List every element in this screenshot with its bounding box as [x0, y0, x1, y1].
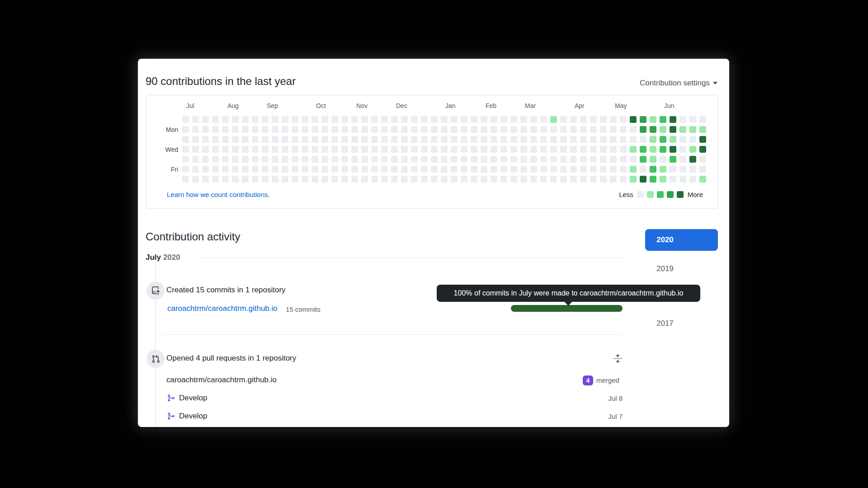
contribution-cell[interactable]	[361, 156, 368, 163]
contribution-cell[interactable]	[679, 166, 686, 173]
contribution-cell[interactable]	[262, 126, 269, 133]
contribution-cell[interactable]	[441, 166, 448, 173]
contribution-cell[interactable]	[341, 156, 348, 163]
contribution-cell[interactable]	[570, 156, 577, 163]
contribution-cell[interactable]	[262, 136, 269, 143]
contribution-cell[interactable]	[530, 136, 537, 143]
contribution-cell[interactable]	[699, 116, 706, 123]
contribution-cell[interactable]	[371, 156, 378, 163]
contribution-cell[interactable]	[630, 136, 637, 143]
contribution-cell[interactable]	[550, 116, 557, 123]
contribution-cell[interactable]	[650, 146, 656, 153]
contribution-cell[interactable]	[341, 116, 348, 123]
contribution-cell[interactable]	[321, 156, 328, 163]
contribution-cell[interactable]	[401, 126, 408, 133]
contribution-cell[interactable]	[640, 156, 646, 163]
contribution-cell[interactable]	[481, 116, 487, 123]
contribution-cell[interactable]	[679, 116, 686, 123]
contribution-cell[interactable]	[212, 156, 219, 163]
contribution-cell[interactable]	[510, 116, 517, 123]
contribution-cell[interactable]	[679, 126, 686, 133]
contribution-cell[interactable]	[510, 156, 517, 163]
contribution-cell[interactable]	[361, 146, 368, 153]
contribution-cell[interactable]	[381, 126, 388, 133]
contribution-cell[interactable]	[640, 166, 646, 173]
contribution-cell[interactable]	[481, 126, 487, 133]
contribution-cell[interactable]	[530, 126, 537, 133]
contribution-cell[interactable]	[391, 116, 398, 123]
contribution-cell[interactable]	[202, 116, 209, 123]
contribution-cell[interactable]	[222, 126, 229, 133]
contribution-cell[interactable]	[590, 146, 597, 153]
contribution-cell[interactable]	[391, 176, 398, 183]
contribution-cell[interactable]	[500, 136, 507, 143]
contribution-cell[interactable]	[331, 116, 338, 123]
contribution-cell[interactable]	[302, 176, 308, 183]
contribution-cell[interactable]	[610, 156, 617, 163]
contribution-cell[interactable]	[471, 146, 477, 153]
contribution-cell[interactable]	[520, 156, 527, 163]
contribution-cell[interactable]	[401, 136, 408, 143]
contribution-cell[interactable]	[580, 136, 587, 143]
contribution-cell[interactable]	[391, 146, 398, 153]
contribution-cell[interactable]	[550, 166, 557, 173]
contribution-cell[interactable]	[262, 146, 269, 153]
contribution-cell[interactable]	[272, 146, 278, 153]
contribution-cell[interactable]	[441, 146, 448, 153]
contribution-cell[interactable]	[292, 136, 298, 143]
contribution-cell[interactable]	[421, 176, 428, 183]
contribution-cell[interactable]	[520, 146, 527, 153]
contribution-cell[interactable]	[590, 136, 597, 143]
contribution-cell[interactable]	[202, 146, 209, 153]
contribution-cell[interactable]	[461, 166, 467, 173]
contribution-cell[interactable]	[431, 136, 438, 143]
contribution-cell[interactable]	[292, 146, 298, 153]
contribution-cell[interactable]	[510, 176, 517, 183]
contribution-cell[interactable]	[431, 166, 438, 173]
year-nav-item-2020[interactable]: 2020	[645, 229, 718, 251]
contribution-cell[interactable]	[381, 156, 388, 163]
contribution-cell[interactable]	[660, 166, 666, 173]
contribution-cell[interactable]	[550, 176, 557, 183]
contribution-cell[interactable]	[311, 166, 318, 173]
contribution-cell[interactable]	[530, 156, 537, 163]
contribution-cell[interactable]	[650, 166, 656, 173]
contribution-cell[interactable]	[500, 126, 507, 133]
contribution-cell[interactable]	[699, 156, 706, 163]
contribution-cell[interactable]	[620, 116, 627, 123]
contribution-cell[interactable]	[630, 166, 637, 173]
contribution-cell[interactable]	[520, 136, 527, 143]
contribution-cell[interactable]	[471, 176, 477, 183]
contribution-cell[interactable]	[650, 156, 656, 163]
contribution-cell[interactable]	[401, 146, 408, 153]
contribution-cell[interactable]	[471, 156, 477, 163]
contribution-cell[interactable]	[311, 136, 318, 143]
contribution-cell[interactable]	[679, 176, 686, 183]
contribution-cell[interactable]	[371, 166, 378, 173]
contribution-cell[interactable]	[481, 176, 487, 183]
contribution-cell[interactable]	[670, 156, 676, 163]
contribution-cell[interactable]	[610, 176, 617, 183]
contribution-cell[interactable]	[242, 136, 249, 143]
contribution-cell[interactable]	[560, 176, 567, 183]
contribution-cell[interactable]	[411, 116, 418, 123]
contribution-cell[interactable]	[500, 156, 507, 163]
contribution-cell[interactable]	[570, 166, 577, 173]
contribution-cell[interactable]	[292, 156, 298, 163]
contribution-cell[interactable]	[202, 126, 209, 133]
contribution-cell[interactable]	[282, 136, 288, 143]
contribution-cell[interactable]	[451, 146, 458, 153]
contribution-cell[interactable]	[242, 126, 249, 133]
contribution-cell[interactable]	[421, 166, 428, 173]
contribution-cell[interactable]	[431, 116, 438, 123]
contribution-cell[interactable]	[481, 166, 487, 173]
contribution-cell[interactable]	[351, 126, 358, 133]
contribution-cell[interactable]	[222, 136, 229, 143]
contribution-cell[interactable]	[699, 146, 706, 153]
contribution-cell[interactable]	[361, 126, 368, 133]
contribution-cell[interactable]	[192, 146, 199, 153]
contribution-cell[interactable]	[699, 136, 706, 143]
contribution-cell[interactable]	[371, 116, 378, 123]
contribution-cell[interactable]	[630, 116, 637, 123]
contribution-cell[interactable]	[600, 116, 607, 123]
